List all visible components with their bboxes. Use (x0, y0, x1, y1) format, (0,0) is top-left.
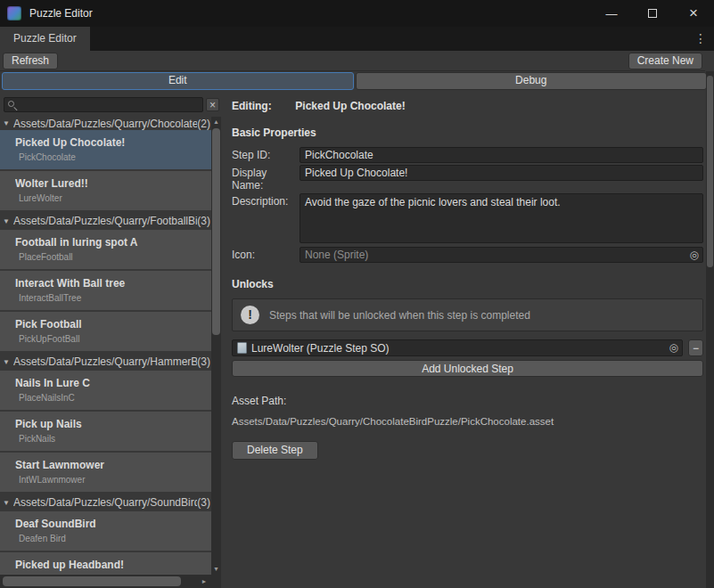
step-title: Wolter Lured!! (15, 177, 206, 190)
create-new-button[interactable]: Create New (628, 53, 702, 69)
group-header-chocolate[interactable]: ▼ Assets/Data/Puzzles/Quarry/Chocolate (… (0, 117, 211, 130)
asset-path-value: Assets/Data/Puzzles/Quarry/ChocolateBird… (232, 416, 703, 427)
unlocked-step-entry: LureWolter (Puzzle Step SO) ◎ − (232, 339, 703, 356)
step-id: PlaceFootball (15, 252, 206, 262)
list-item-start-lawnmower[interactable]: Start Lawnmower IntWLawnmower (0, 453, 211, 492)
icon-object-value: None (Sprite) (305, 249, 368, 261)
scriptable-object-icon (237, 342, 247, 354)
step-title: Picked up Headband! (15, 559, 206, 571)
icon-object-field[interactable]: None (Sprite) ◎ (300, 247, 703, 263)
group-count: (3) (197, 496, 210, 509)
collapse-icon: ▼ (3, 499, 10, 507)
step-id: IntWLawnmower (15, 475, 206, 485)
group-path: Assets/Data/Puzzles/Quarry/Chocolate (13, 118, 197, 130)
editing-row: Editing: Picked Up Chocolate! (232, 100, 703, 112)
step-title: Pick up Nails (15, 418, 206, 430)
list-item-pick-nails[interactable]: Pick up Nails PickNails (0, 412, 211, 451)
icon-row: Icon: None (Sprite) ◎ (230, 247, 703, 263)
object-picker-icon[interactable]: ◎ (669, 340, 678, 355)
sidebar-vertical-scrollbar[interactable]: ▲ ▼ (211, 117, 221, 575)
unlocks-title: Unlocks (232, 278, 703, 290)
window-vertical-scroll-thumb[interactable] (707, 76, 713, 267)
group-count: (3) (197, 215, 210, 227)
unlocked-step-label: LureWolter (Puzzle Step SO) (251, 342, 390, 355)
delete-step-button[interactable]: Delete Step (232, 441, 318, 460)
step-title: Deaf SoundBird (15, 518, 206, 530)
step-title: Pick Football (15, 318, 206, 331)
step-title: Football in luring spot A (15, 236, 206, 249)
tab-debug[interactable]: Debug (356, 72, 708, 90)
window-controls: — × (591, 0, 714, 27)
step-id: InteractBallTree (15, 293, 206, 303)
scroll-right-icon[interactable]: ► (199, 575, 209, 588)
display-name-row: Display Name: (230, 165, 703, 192)
refresh-button[interactable]: Refresh (3, 53, 58, 69)
list-item-pick-chocolate[interactable]: Picked Up Chocolate! PickChocolate (0, 130, 211, 169)
step-id-label: Step ID: (232, 147, 300, 161)
mode-tabs: Edit Debug (2, 72, 707, 90)
unlocks-info-text: Steps that will be unlocked when this st… (269, 309, 530, 322)
list-item-lure-wolter[interactable]: Wolter Lured!! LureWolter (0, 171, 211, 210)
list-item-deaf-soundbird[interactable]: Deaf SoundBird Deafen Bird (0, 511, 211, 551)
search-input[interactable] (4, 97, 203, 112)
group-header-hammer[interactable]: ▼ Assets/Data/Puzzles/Quarry/HammerBi (3… (0, 353, 211, 371)
sidebar-vertical-scroll-thumb[interactable] (212, 128, 220, 335)
scroll-up-icon[interactable]: ▲ (211, 117, 221, 127)
list-item-place-nails[interactable]: Nails In Lure C PlaceNailsInC (0, 371, 211, 410)
step-id-input[interactable] (300, 147, 703, 163)
group-count: (3) (197, 355, 210, 368)
collapse-icon: ▼ (3, 217, 10, 225)
tab-strip: Puzzle Editor ⋮ (0, 27, 714, 51)
maximize-button[interactable] (632, 0, 673, 27)
window-vertical-scrollbar[interactable] (706, 71, 714, 588)
description-input[interactable]: Avoid the gaze of the picnic lovers and … (300, 193, 703, 243)
group-header-football[interactable]: ▼ Assets/Data/Puzzles/Quarry/FootballBir… (0, 212, 211, 230)
toolbar: Refresh Create New (0, 51, 705, 71)
step-id: PlaceNailsInC (15, 393, 206, 403)
editing-value: Picked Up Chocolate! (295, 100, 405, 112)
icon-label: Icon: (232, 247, 300, 261)
asset-path-label: Asset Path: (232, 395, 703, 407)
description-label: Description: (232, 193, 300, 208)
unlocks-info-box: ! Steps that will be unlocked when this … (232, 298, 703, 331)
list-item-picked-up-headband[interactable]: Picked up Headband! (0, 552, 211, 575)
step-id: PickUpFootBall (15, 334, 206, 344)
unlocked-step-object-field[interactable]: LureWolter (Puzzle Step SO) ◎ (232, 339, 683, 356)
sidebar-horizontal-scroll-thumb[interactable] (3, 576, 181, 586)
step-title: Interact With Ball tree (15, 277, 206, 290)
scroll-down-icon[interactable]: ▼ (211, 564, 221, 575)
step-title: Start Lawnmower (15, 459, 206, 471)
step-id: LureWolter (15, 193, 206, 203)
search-clear-button[interactable]: × (206, 98, 219, 111)
group-path: Assets/Data/Puzzles/Quarry/FootballBir (13, 215, 197, 227)
editor-panel: Editing: Picked Up Chocolate! Basic Prop… (230, 93, 703, 588)
collapse-icon: ▼ (3, 119, 10, 127)
list-item-place-football[interactable]: Football in luring spot A PlaceFootball (0, 230, 211, 269)
tab-edit[interactable]: Edit (2, 72, 354, 90)
minimize-button[interactable]: — (591, 0, 632, 27)
step-list: ▼ Assets/Data/Puzzles/Quarry/Chocolate (… (0, 117, 211, 575)
basic-properties-title: Basic Properties (232, 127, 703, 139)
object-picker-icon[interactable]: ◎ (690, 248, 699, 263)
titlebar: Puzzle Editor — × (0, 0, 714, 27)
scrollbar-corner (211, 575, 221, 588)
step-title: Picked Up Chocolate! (15, 136, 206, 149)
display-name-input[interactable] (300, 165, 703, 181)
maximize-icon (648, 9, 657, 18)
group-path: Assets/Data/Puzzles/Quarry/HammerBi (13, 355, 197, 368)
tab-puzzle-editor[interactable]: Puzzle Editor (0, 27, 90, 51)
info-icon: ! (241, 306, 259, 324)
kebab-menu-icon[interactable]: ⋮ (694, 31, 707, 45)
group-path: Assets/Data/Puzzles/Quarry/SoundBird (13, 496, 197, 509)
step-id: PickChocolate (15, 152, 206, 162)
unlocks-section: Unlocks ! Steps that will be unlocked wh… (230, 278, 703, 377)
list-item-interact-ball-tree[interactable]: Interact With Ball tree InteractBallTree (0, 271, 211, 310)
sidebar-horizontal-scrollbar[interactable]: ► (0, 575, 211, 588)
display-name-label: Display Name: (232, 165, 300, 192)
close-button[interactable]: × (673, 0, 714, 27)
list-item-pick-football[interactable]: Pick Football PickUpFootBall (0, 312, 211, 351)
remove-unlocked-step-button[interactable]: − (688, 339, 703, 356)
add-unlocked-step-button[interactable]: Add Unlocked Step (232, 360, 703, 377)
group-header-soundbird[interactable]: ▼ Assets/Data/Puzzles/Quarry/SoundBird (… (0, 494, 211, 511)
step-id-row: Step ID: (230, 147, 703, 163)
